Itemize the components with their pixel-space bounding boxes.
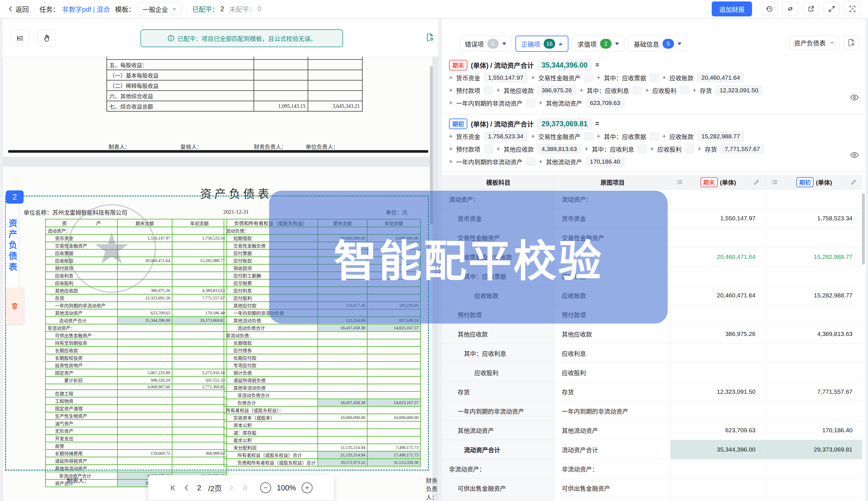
prev-page-button[interactable] [183,484,190,491]
period-end-value-cell[interactable]: 35,344,396.00 [671,440,765,459]
fit-screen-button[interactable]: A [844,2,860,16]
table-row[interactable]: 流动资产合计流动资产合计35,344,396.0029,373,069.81 [442,440,862,459]
list-icon[interactable] [771,178,778,186]
period-end-value-cell[interactable]: 12,323,091.50 [671,382,765,401]
export-button[interactable] [803,2,819,16]
period-end-value-cell[interactable]: 386,975.26 [671,324,765,343]
table-row[interactable]: 交易性金融资产交易性金融资产 [442,228,862,247]
term-value-input[interactable] [584,73,593,82]
period-begin-value-cell[interactable] [765,363,862,382]
pencil-icon[interactable] [850,179,857,185]
table-row[interactable]: 一年内到期的非流动资产一年内到期的非流动资产 [442,402,862,421]
period-begin-value-cell[interactable] [765,190,862,209]
table-row[interactable]: 其中：应收票据应收票据 [442,267,862,286]
term-value-input[interactable] [650,73,659,82]
document-viewer[interactable]: 五、每股收益：（一）基本每股收益（二）稀释每股收益六、其他综合收益七、综合收益总… [2,56,438,501]
term-value-input[interactable] [526,157,535,166]
current-page-input[interactable]: 2 [197,483,201,492]
task-value[interactable]: 非数字pdf | 混合 [62,4,110,14]
template-select[interactable]: 一般企业 [138,2,181,16]
term-value-input[interactable] [685,145,694,153]
term-value-input[interactable]: 4,389,813.63 [537,144,581,154]
term-value-input[interactable] [680,86,689,95]
period-end-value-cell[interactable] [671,479,765,498]
list-icon[interactable] [676,178,683,186]
doc-gear-button[interactable] [425,33,435,42]
term-value-input[interactable]: 7,771,557.67 [720,144,764,154]
period-begin-value-cell[interactable] [765,459,862,478]
pencil-icon[interactable] [753,179,760,185]
term-value-input[interactable]: 15,282,988.77 [697,131,744,141]
table-row[interactable]: 货币资金货币资金1,550,147.971,758,523.34 [442,209,862,228]
table-row[interactable]: 非流动资产：非流动资产： [442,459,862,479]
table-row[interactable]: 可供出售金融资产可供出售金融资产 [442,479,862,498]
term-value-input[interactable]: 12,323,091.50 [715,85,762,95]
period-end-value-cell[interactable] [671,190,765,209]
table-row[interactable]: 流动资产：流动资产： [442,190,862,209]
table-row[interactable]: 预付款项预付款项 [442,305,862,324]
tab-基础信息[interactable]: 基础信息5 [628,36,687,52]
period-begin-value-cell[interactable]: 4,389,813.63 [765,324,862,343]
first-page-button[interactable] [169,484,177,491]
period-end-value-cell[interactable] [671,402,765,420]
period-begin-value-cell[interactable] [765,344,862,363]
term-value-input[interactable] [650,132,659,141]
period-end-value-cell[interactable]: 20,460,471.64 [671,286,765,305]
period-begin-value-cell[interactable]: 29,373,069.81 [765,440,862,459]
term-value-input[interactable]: 20,460,471.64 [697,73,744,83]
table-row[interactable]: 应收股利应收股利 [442,363,862,382]
period-end-value-cell[interactable]: 623,709.63 [671,421,765,440]
term-value-input[interactable] [484,145,493,153]
add-report-button[interactable]: 追加财报 [712,1,752,17]
tab-错误项[interactable]: 错误项0 [459,36,512,52]
term-value-input[interactable]: 1,550,147.97 [484,73,528,83]
term-value-input[interactable]: 1,758,523.34 [484,131,528,141]
term-value-input[interactable] [584,132,593,141]
table-row[interactable]: 其他应收款其他应收款386,975.264,389,813.63 [442,324,862,344]
refresh-button[interactable] [782,2,798,16]
formula-total-value[interactable]: 35,344,396.00 [537,60,592,71]
period-begin-value-cell[interactable] [765,479,862,498]
period-end-value-cell[interactable] [671,228,765,247]
back-button[interactable]: 返回 [8,4,29,14]
period-begin-value-cell[interactable] [765,228,862,247]
period-begin-value-cell[interactable]: 1,758,523.34 [765,209,862,228]
outline-button[interactable] [11,30,29,46]
term-value-input[interactable] [632,86,642,95]
term-value-input[interactable] [637,145,647,153]
period-begin-value-cell[interactable]: 15,282,988.77 [765,247,862,266]
zoom-in-button[interactable] [302,482,313,493]
selection-label[interactable]: 资产负债表 [6,204,18,288]
period-end-value-cell[interactable]: 1,550,147.97 [671,209,765,228]
document-scrollbar[interactable] [430,66,433,224]
history-button[interactable] [762,2,778,16]
delete-selection-button[interactable] [6,288,24,324]
zoom-out-button[interactable] [260,482,271,493]
table-row[interactable]: 其他流动资产其他流动资产623,709.63170,186.40 [442,421,862,440]
period-end-value-cell[interactable] [671,267,765,286]
table-row[interactable]: 应收账款应收账款20,460,471.6415,282,988.77 [442,286,862,305]
period-begin-value-cell[interactable] [765,402,862,420]
period-begin-value-cell[interactable]: 170,186.40 [765,421,862,440]
fullscreen-button[interactable] [824,2,840,16]
period-end-value-cell[interactable] [671,363,765,382]
table-row[interactable]: 持有至到期投资持有至到期投资 [442,498,862,501]
term-value-input[interactable]: 623,709.63 [586,98,625,108]
term-value-input[interactable] [484,86,493,95]
period-end-value-cell[interactable] [671,344,765,363]
sheet-select[interactable]: 资产负债表 [789,36,839,50]
table-row[interactable]: 其中：应收利息应收利息 [442,344,862,363]
term-value-input[interactable]: 386,975.26 [537,85,576,95]
period-begin-value-cell[interactable] [765,305,862,324]
term-value-input[interactable] [526,99,535,107]
period-begin-value-cell[interactable] [765,267,862,286]
period-begin-value-cell[interactable]: 15,282,988.77 [765,286,862,305]
table-row[interactable]: 应收票据及应收账款20,460,471.6415,282,988.77 [442,247,862,267]
tab-求值项[interactable]: 求值项2 [572,36,625,52]
pan-button[interactable] [38,30,56,46]
period-end-value-cell[interactable]: 20,460,471.64 [671,247,765,266]
term-value-input[interactable]: 170,186.40 [586,157,625,167]
table-scrollbar[interactable] [862,193,865,265]
period-end-value-cell[interactable] [671,305,765,324]
panel-resize-handle[interactable] [435,266,440,274]
